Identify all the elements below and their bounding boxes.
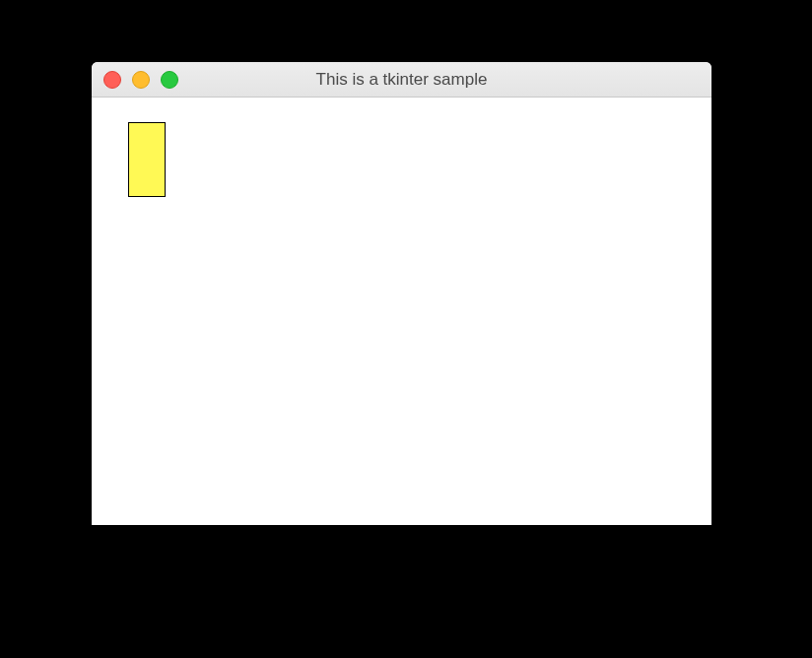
close-icon[interactable] xyxy=(103,71,121,89)
minimize-icon[interactable] xyxy=(132,71,150,89)
titlebar[interactable]: This is a tkinter sample xyxy=(92,62,711,98)
traffic-lights xyxy=(103,71,178,89)
zoom-icon[interactable] xyxy=(161,71,178,89)
window-title: This is a tkinter sample xyxy=(92,70,711,90)
application-window: This is a tkinter sample xyxy=(92,62,711,525)
canvas-area xyxy=(92,98,711,525)
yellow-rectangle xyxy=(128,122,166,197)
